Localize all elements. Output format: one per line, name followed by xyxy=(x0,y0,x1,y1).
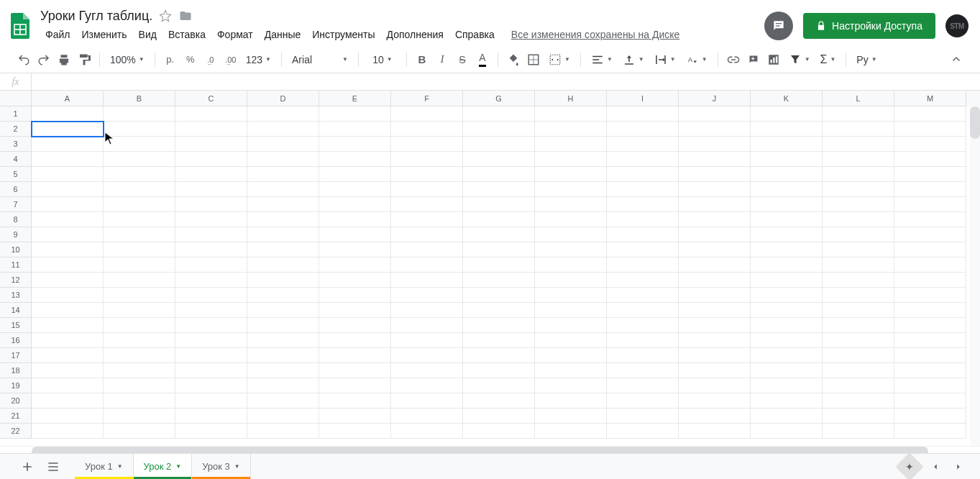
cell[interactable] xyxy=(247,288,319,303)
cell[interactable] xyxy=(32,363,104,378)
cell[interactable] xyxy=(894,257,966,273)
cell[interactable] xyxy=(463,137,535,152)
cell[interactable] xyxy=(823,393,894,409)
cell[interactable] xyxy=(391,273,463,288)
undo-button[interactable] xyxy=(14,50,33,69)
cell[interactable] xyxy=(894,318,966,333)
cell[interactable] xyxy=(32,122,104,137)
cell[interactable] xyxy=(535,242,607,257)
cell[interactable] xyxy=(894,409,966,424)
cell[interactable] xyxy=(463,303,535,318)
column-header[interactable]: K xyxy=(751,91,823,106)
cell[interactable] xyxy=(247,378,319,393)
sheets-logo[interactable] xyxy=(6,12,35,40)
cell[interactable] xyxy=(104,227,175,242)
cell[interactable] xyxy=(391,409,463,424)
cell[interactable] xyxy=(751,212,823,227)
cell[interactable] xyxy=(894,106,966,122)
cell[interactable] xyxy=(823,212,894,227)
cell[interactable] xyxy=(391,318,463,333)
cell[interactable] xyxy=(535,393,607,409)
cell[interactable] xyxy=(607,227,679,242)
cell[interactable] xyxy=(104,152,175,167)
cell[interactable] xyxy=(175,197,247,212)
cell[interactable] xyxy=(894,122,966,137)
cell[interactable] xyxy=(175,106,247,122)
cell[interactable] xyxy=(391,333,463,348)
cell[interactable] xyxy=(751,288,823,303)
cell[interactable] xyxy=(607,318,679,333)
cell[interactable] xyxy=(247,122,319,137)
cell[interactable] xyxy=(391,348,463,363)
cell[interactable] xyxy=(894,288,966,303)
add-sheet-button[interactable] xyxy=(14,454,40,480)
cell[interactable] xyxy=(104,333,175,348)
cell[interactable] xyxy=(319,348,391,363)
print-button[interactable] xyxy=(55,50,73,69)
cell[interactable] xyxy=(535,318,607,333)
cell[interactable] xyxy=(535,257,607,273)
cell[interactable] xyxy=(247,227,319,242)
row-header[interactable]: 10 xyxy=(0,242,32,257)
cell[interactable] xyxy=(463,424,535,439)
cell[interactable] xyxy=(607,212,679,227)
cell[interactable] xyxy=(751,242,823,257)
cell[interactable] xyxy=(607,363,679,378)
cell[interactable] xyxy=(823,182,894,197)
cell[interactable] xyxy=(463,378,535,393)
currency-button[interactable]: р. xyxy=(161,50,180,69)
cell[interactable] xyxy=(823,152,894,167)
filter-button[interactable]: ▼ xyxy=(784,53,815,66)
cell[interactable] xyxy=(823,167,894,182)
input-language-button[interactable]: Ру▼ xyxy=(852,54,881,65)
cell[interactable] xyxy=(391,137,463,152)
collapse-toolbar-button[interactable] xyxy=(947,50,966,69)
menu-tools[interactable]: Инструменты xyxy=(307,26,380,43)
cell[interactable] xyxy=(607,333,679,348)
column-header[interactable]: C xyxy=(175,91,247,106)
cell[interactable] xyxy=(104,167,175,182)
cell[interactable] xyxy=(751,197,823,212)
cell[interactable] xyxy=(679,227,751,242)
cell[interactable] xyxy=(607,106,679,122)
cell[interactable] xyxy=(319,303,391,318)
cell[interactable] xyxy=(104,378,175,393)
row-header[interactable]: 15 xyxy=(0,318,32,333)
cell[interactable] xyxy=(104,273,175,288)
fill-color-button[interactable] xyxy=(504,50,523,69)
sheet-tab[interactable]: Урок 1▼ xyxy=(75,454,134,479)
cell[interactable] xyxy=(175,303,247,318)
cell[interactable] xyxy=(679,152,751,167)
cell[interactable] xyxy=(391,212,463,227)
cell[interactable] xyxy=(823,257,894,273)
cell[interactable] xyxy=(32,393,104,409)
text-wrap-button[interactable]: ▼ xyxy=(650,53,680,66)
fx-icon[interactable]: fx xyxy=(0,73,32,90)
column-header[interactable]: A xyxy=(32,91,104,106)
cell[interactable] xyxy=(535,273,607,288)
cell[interactable] xyxy=(391,197,463,212)
cell[interactable] xyxy=(679,348,751,363)
cell[interactable] xyxy=(247,152,319,167)
row-header[interactable]: 3 xyxy=(0,137,32,152)
cell[interactable] xyxy=(104,303,175,318)
star-icon[interactable] xyxy=(158,9,173,23)
cell[interactable] xyxy=(247,257,319,273)
text-color-button[interactable]: A xyxy=(473,50,492,69)
cell[interactable] xyxy=(175,424,247,439)
cell[interactable] xyxy=(247,333,319,348)
cell[interactable] xyxy=(751,106,823,122)
cell[interactable] xyxy=(679,257,751,273)
cell[interactable] xyxy=(607,393,679,409)
cell[interactable] xyxy=(175,137,247,152)
cell[interactable] xyxy=(607,424,679,439)
cell[interactable] xyxy=(104,242,175,257)
cell[interactable] xyxy=(751,227,823,242)
row-header[interactable]: 5 xyxy=(0,167,32,182)
cell[interactable] xyxy=(319,273,391,288)
cell[interactable] xyxy=(607,182,679,197)
cell[interactable] xyxy=(535,167,607,182)
row-header[interactable]: 4 xyxy=(0,152,32,167)
cell[interactable] xyxy=(319,212,391,227)
cell[interactable] xyxy=(247,242,319,257)
